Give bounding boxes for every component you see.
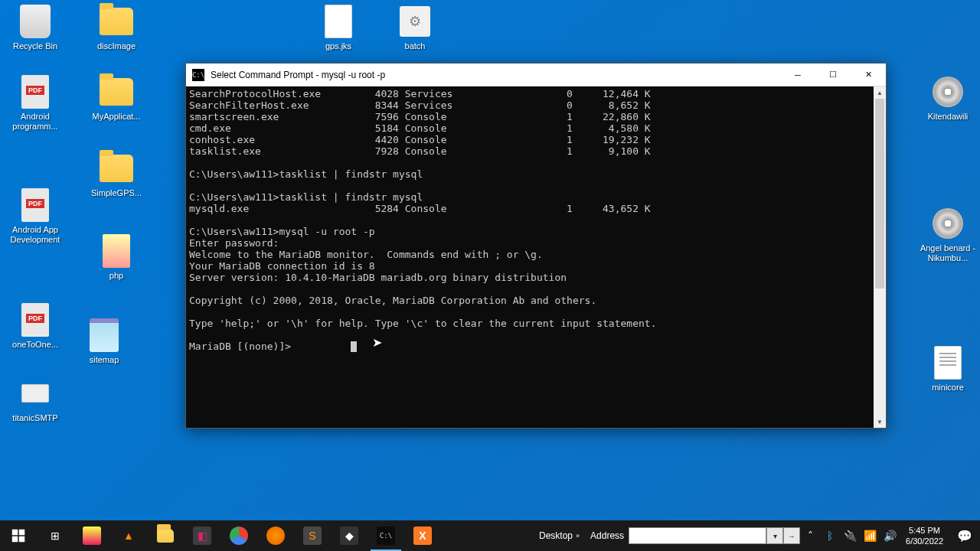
toolbar-label-text: Desktop [539,530,573,541]
firefox-icon [266,527,285,545]
address-dropdown-button[interactable]: ▾ [766,527,783,544]
desktop-icon-one-to-one[interactable]: oneToOne... [6,302,64,350]
chrome-icon [230,527,248,545]
address-label: Address [586,530,629,541]
scroll-up-button[interactable]: ▲ [874,86,886,99]
taskbar-app-cmd[interactable]: C:\ [368,520,404,551]
tray-overflow-button[interactable]: ˄ [803,530,817,542]
taskbar-app-xampp[interactable]: X [404,520,441,551]
desktop[interactable]: Recycle Bin Android programm... Android … [0,0,980,520]
pdf-icon [21,303,49,337]
command-prompt-window[interactable]: C:\ Select Command Prompt - mysql -u roo… [185,63,887,429]
scroll-thumb[interactable] [875,99,884,289]
minimize-button[interactable]: ─ [780,64,815,86]
taskview-button[interactable]: ⊞ [37,520,74,551]
taskbar-app-vlc[interactable]: ▲ [110,520,147,551]
desktop-icon-android-app-dev[interactable]: Android App Development [6,187,64,245]
cmd-icon: C:\ [377,527,395,545]
file-icon [325,5,352,38]
desktop-icon-recycle-bin[interactable]: Recycle Bin [6,3,64,51]
taskbar-desktop-toolbar[interactable]: Desktop » [533,530,586,541]
taskbar-app-firefox[interactable] [257,520,294,551]
address-go-button[interactable]: → [783,527,800,544]
cmd-output[interactable]: SearchProtocolHost.exe 4028 Services 0 1… [186,86,886,428]
svg-rect-1 [19,530,25,536]
address-input[interactable] [629,527,766,544]
icon-label: Kitendawili [928,112,969,122]
tray-power-icon[interactable]: 🔌 [843,530,857,542]
icon-label: Android App Development [6,225,64,245]
disc-icon [933,208,963,239]
icon-label: gps.jks [325,41,351,51]
icon-label: MyApplicat... [93,112,141,122]
app-icon [83,527,101,545]
folder-icon [100,155,133,182]
icon-label: titanicSMTP [12,413,57,423]
desktop-icon-sitemap[interactable]: sitemap [75,317,133,365]
icon-label: php [109,271,123,281]
recycle-bin-icon [20,5,51,38]
desktop-icon-android-prog[interactable]: Android programm... [6,73,64,132]
pdf-icon [21,188,49,222]
icon-label: minicore [932,383,964,393]
system-tray[interactable]: ˄ ᛒ 🔌 📶 🔊 [800,530,900,542]
pdf-icon [21,75,49,109]
desktop-icon-my-applicant[interactable]: MyApplicat... [87,73,145,122]
windows-icon [11,529,25,543]
tray-wifi-icon[interactable]: 📶 [863,530,877,542]
ide-icon: ◧ [193,527,211,545]
taskbar-app-1[interactable] [74,520,110,551]
icon-label: discImage [97,41,136,51]
text-file-icon [934,346,962,380]
desktop-icon-kitendawili[interactable]: Kitendawili [919,73,977,122]
desktop-icon-php[interactable]: php [87,233,145,281]
taskbar-app-explorer[interactable] [147,520,184,551]
chevron-icon: » [576,532,580,540]
folder-icon [100,78,133,106]
desktop-icon-disc-image[interactable]: discImage [87,3,145,51]
icon-label: batch [405,41,426,51]
clock-date: 6/30/2022 [906,536,943,546]
cmd-scrollbar[interactable]: ▲ ▼ [874,86,886,428]
scroll-down-button[interactable]: ▼ [874,416,886,428]
folder-icon [100,8,133,35]
xampp-icon: X [413,527,432,545]
icon-label: oneToOne... [12,340,58,350]
desktop-icon-titanic-smtp[interactable]: titanicSMTP [6,375,64,423]
cmd-titlebar[interactable]: C:\ Select Command Prompt - mysql -u roo… [186,64,886,86]
taskbar-clock[interactable]: 5:45 PM 6/30/2022 [900,525,949,547]
svg-rect-3 [19,536,25,543]
icon-label: sitemap [90,355,119,365]
icon-label: Angel benard - Nikumbu... [919,243,977,263]
tray-volume-icon[interactable]: 🔊 [883,530,897,542]
desktop-icon-angel-benard[interactable]: Angel benard - Nikumbu... [919,205,977,263]
file-icon [21,384,49,403]
cmd-icon: C:\ [192,69,204,81]
close-button[interactable]: ✕ [851,64,886,86]
notifications-button[interactable]: 💬 [949,520,980,551]
taskview-icon: ⊞ [46,527,64,545]
taskbar-app-chrome[interactable] [220,520,257,551]
icon-label: SimpleGPS... [91,188,142,198]
desktop-icon-minicore[interactable]: minicore [919,344,977,393]
taskbar-app-ide[interactable]: ◧ [184,520,220,551]
start-button[interactable] [0,520,37,551]
taskbar-app-sublime[interactable]: S [294,520,331,551]
taskbar[interactable]: ⊞ ▲ ◧ S ◆ C:\ X Desktop » Address ▾ → ˄ … [0,520,980,551]
batch-icon [400,6,430,37]
app-icon: ◆ [340,527,358,545]
svg-rect-0 [12,530,18,536]
window-title: Select Command Prompt - mysql -u root -p [211,70,780,80]
desktop-icon-batch[interactable]: batch [386,3,444,51]
maximize-button[interactable]: ☐ [815,64,851,86]
clock-time: 5:45 PM [906,525,943,536]
desktop-icon-simple-gps[interactable]: SimpleGPS... [87,150,145,198]
svg-rect-2 [12,536,18,543]
tray-bluetooth-icon[interactable]: ᛒ [823,530,837,542]
icon-label: Recycle Bin [13,41,57,51]
taskbar-app-misc[interactable]: ◆ [331,520,368,551]
taskbar-address-toolbar[interactable]: Address ▾ → [586,526,800,546]
desktop-icon-gps-jks[interactable]: gps.jks [309,3,368,51]
vlc-icon: ▲ [119,527,138,545]
explorer-icon [156,527,175,545]
